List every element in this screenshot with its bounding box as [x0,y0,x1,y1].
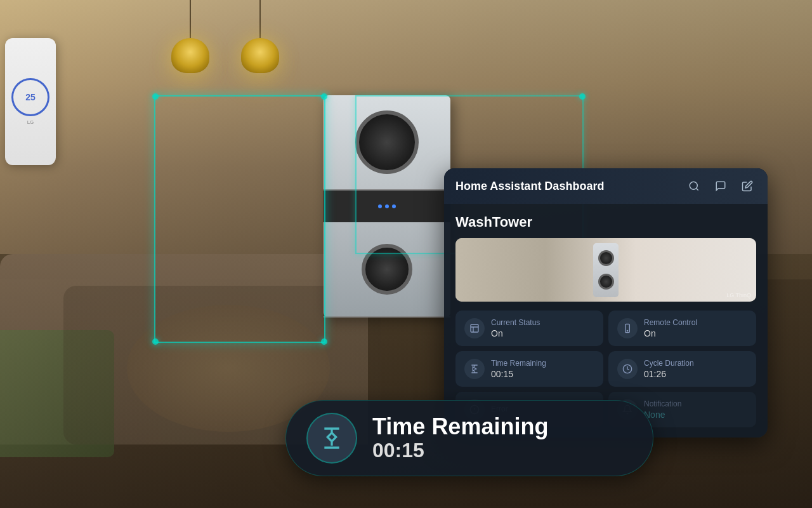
svg-point-3 [627,330,627,331]
remote-control-label: Remote Control [644,318,747,327]
device-name: WashTower [455,214,756,231]
washer-bottom-unit [324,222,450,318]
time-remaining-label: Time Remaining [491,359,594,368]
time-remaining-popup[interactable]: Time Remaining 00:15 [285,400,653,476]
cycle-duration-icon [617,359,638,379]
time-remaining-icon [464,359,485,379]
notification-label: Notification [644,399,747,408]
current-status-info: Current Status On [491,318,594,338]
ac-brand: LG [27,119,34,125]
time-remaining-value: 00:15 [491,369,594,379]
notification-info: Notification None [644,399,747,420]
time-text-area: Time Remaining 00:15 [372,414,632,463]
header-icons [685,177,756,195]
washer-controls [324,190,450,222]
device-thumbnails [593,243,619,297]
pendant-cord-left [190,0,191,38]
control-dot-2 [385,204,389,208]
search-icon[interactable] [685,177,703,195]
lg-logo-badge: LG ThinQ [726,292,751,298]
dashboard-header: Home Assistant Dashboard [444,168,768,204]
pendant-light-left [171,0,209,76]
ac-unit: 25 LG [5,38,56,165]
pendant-shade-right [241,38,279,73]
status-card-remote-control[interactable]: Remote Control On [608,311,756,346]
time-remaining-info: Time Remaining 00:15 [491,359,594,379]
svg-point-0 [690,182,697,189]
chat-icon[interactable] [712,177,730,195]
pendant-shade-left [171,38,209,73]
remote-control-info: Remote Control On [644,318,747,338]
time-popup-title: Time Remaining [372,414,632,439]
current-status-label: Current Status [491,318,594,327]
control-dot-3 [392,204,396,208]
current-status-value: On [491,328,594,338]
device-image-content [593,243,619,297]
remote-control-icon [617,318,638,338]
current-status-icon [464,318,485,338]
notification-value: None [644,410,747,420]
hourglass-icon [319,425,344,451]
remote-control-value: On [644,328,747,338]
svg-rect-1 [471,324,478,332]
washer-drum-top [355,110,419,174]
ac-temperature: 25 [11,78,49,116]
pendant-cord-right [259,0,261,38]
control-dot-1 [378,204,382,208]
cycle-duration-label: Cycle Duration [644,359,747,368]
time-popup-value: 00:15 [372,439,632,462]
status-card-cycle-duration[interactable]: Cycle Duration 01:26 [608,351,756,387]
time-icon-circle [306,413,357,464]
washer-top-unit [324,95,450,190]
washer-drum-bottom [362,244,412,295]
status-card-current-status[interactable]: Current Status On [455,311,603,346]
cycle-duration-info: Cycle Duration 01:26 [644,359,747,379]
dashboard-title: Home Assistant Dashboard [455,180,604,193]
cycle-duration-value: 01:26 [644,369,747,379]
edit-icon[interactable] [738,177,756,195]
device-image-area: LG ThinQ [455,238,756,302]
washtower-appliance [324,95,450,318]
pendant-light-right [241,0,279,76]
device-thumb-1 [593,243,619,297]
dashboard-panel: Home Assistant Dashboard WashTower [444,168,768,438]
status-card-time-remaining[interactable]: Time Remaining 00:15 [455,351,603,387]
